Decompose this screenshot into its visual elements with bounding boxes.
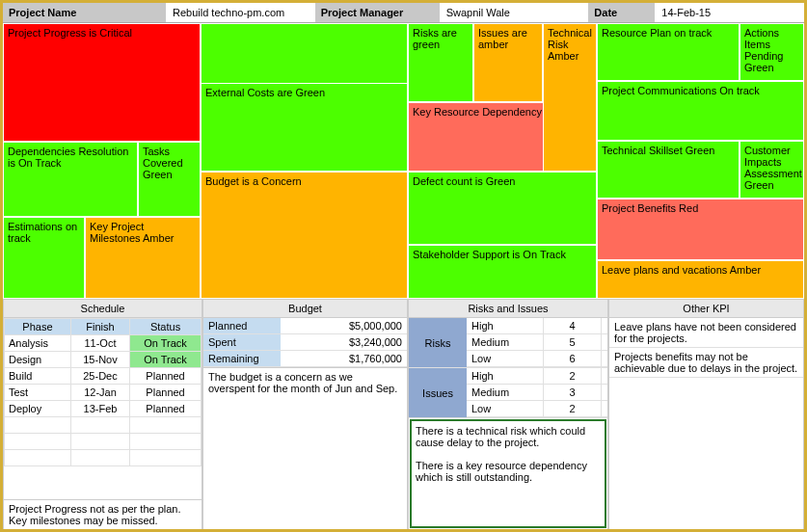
treemap: Project Progress is Critical Scope Chang… xyxy=(3,23,804,299)
issues-label: Issues xyxy=(409,368,467,417)
tile-external-costs: External Costs are Green xyxy=(201,83,408,172)
spent-val: $3,240,000 xyxy=(281,334,407,350)
budget-header: Budget xyxy=(203,300,407,318)
budget-section: Budget Planned$5,000,000 Spent$3,240,000… xyxy=(202,299,408,530)
tile-actions: Actions Items Pending Green xyxy=(740,23,804,81)
issue-med-lbl: Medium xyxy=(467,385,544,400)
tile-milestones: Key Project Milestones Amber xyxy=(85,217,201,299)
tile-leave: Leave plans and vacations Amber xyxy=(597,260,804,299)
risk-low-val: 6 xyxy=(544,351,602,366)
schedule-table: PhaseFinishStatus Analysis11-OctOn Track… xyxy=(4,318,202,466)
kpi-note-2: Projects benefits may not be achievable … xyxy=(609,348,803,378)
header-bar: Project Name Rebuild techno-pm.com Proje… xyxy=(3,3,804,23)
table-row: Build25-DecPlanned xyxy=(5,368,202,385)
kpi-header: Other KPI xyxy=(609,300,803,318)
tile-resource-plan: Resource Plan on track xyxy=(597,23,740,81)
project-manager-value: Swapnil Wale xyxy=(441,3,589,22)
schedule-note: Project Progress not as per the plan. Ke… xyxy=(4,499,202,529)
risks-label: Risks xyxy=(409,318,467,367)
project-name-value: Rebuild techno-pm.com xyxy=(167,3,315,22)
tile-defect: Defect count is Green xyxy=(408,172,597,245)
risks-section: Risks and Issues Risks High4 Medium5 Low… xyxy=(408,299,608,530)
issue-high-val: 2 xyxy=(544,368,602,384)
remaining-val: $1,760,000 xyxy=(281,351,407,366)
finish-hdr: Finish xyxy=(70,319,129,335)
issue-high-lbl: High xyxy=(467,368,544,384)
issue-low-lbl: Low xyxy=(467,401,544,416)
table-row: Deploy13-FebPlanned xyxy=(5,401,202,417)
budget-note: The budget is a concern as we overspent … xyxy=(203,367,407,397)
issue-med-val: 3 xyxy=(544,385,602,400)
tile-skillset: Technical Skillset Green xyxy=(597,141,740,199)
table-row: Analysis11-OctOn Track xyxy=(5,335,202,352)
tile-risks: Risks are green xyxy=(408,23,473,102)
date-value: 14-Feb-15 xyxy=(656,3,804,22)
tile-progress: Project Progress is Critical xyxy=(3,23,201,142)
tile-tech-risk: Technical Risk Amber xyxy=(543,23,597,172)
schedule-header: Schedule xyxy=(4,300,202,318)
tile-estimations: Estimations on track xyxy=(3,217,85,299)
date-label: Date xyxy=(588,3,656,22)
risk-high-val: 4 xyxy=(544,318,602,333)
kpi-section: Other KPI Leave plans have not been cons… xyxy=(608,299,804,530)
tile-stakeholder: Stakeholder Support is On Track xyxy=(408,245,597,299)
planned-lbl: Planned xyxy=(203,318,281,333)
table-row: Test12-JanPlanned xyxy=(5,385,202,401)
remaining-lbl: Remaining xyxy=(203,351,281,366)
status-hdr: Status xyxy=(130,319,202,335)
bottom-panels: Schedule PhaseFinishStatus Analysis11-Oc… xyxy=(3,299,804,530)
risks-note: There is a technical risk which could ca… xyxy=(410,419,606,528)
risks-header: Risks and Issues xyxy=(409,300,607,318)
table-row: Design15-NovOn Track xyxy=(5,352,202,368)
project-manager-label: Project Manager xyxy=(315,3,441,22)
phase-hdr: Phase xyxy=(5,319,71,335)
tile-budget: Budget is a Concern xyxy=(201,172,408,299)
schedule-section: Schedule PhaseFinishStatus Analysis11-Oc… xyxy=(3,299,202,530)
tile-tasks: Tasks Covered Green xyxy=(138,142,201,217)
risk-high-lbl: High xyxy=(467,318,544,333)
tile-issues: Issues are amber xyxy=(473,23,543,102)
tile-customer: Customer Impacts Assessment Green xyxy=(740,141,804,199)
tile-comms: Project Communications On track xyxy=(597,81,804,141)
tile-benefits: Project Benefits Red xyxy=(597,199,804,260)
kpi-note-1: Leave plans have not been considered for… xyxy=(609,318,803,348)
risk-med-lbl: Medium xyxy=(467,334,544,350)
risk-med-val: 5 xyxy=(544,334,602,350)
tile-dependencies: Dependencies Resolution is On Track xyxy=(3,142,138,217)
project-name-label: Project Name xyxy=(3,3,167,22)
risk-low-lbl: Low xyxy=(467,351,544,366)
planned-val: $5,000,000 xyxy=(281,318,407,333)
spent-lbl: Spent xyxy=(203,334,281,350)
issue-low-val: 2 xyxy=(544,401,602,416)
